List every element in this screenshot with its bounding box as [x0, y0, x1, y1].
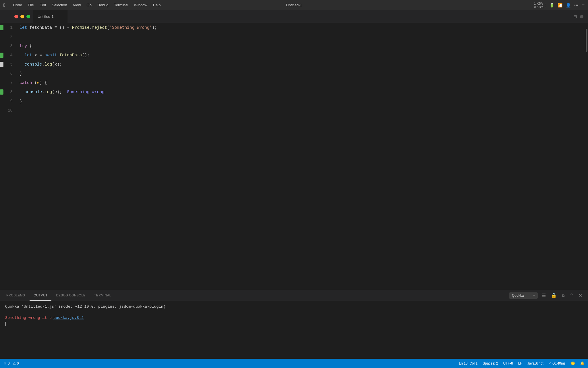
person-icon: 👤: [566, 3, 571, 7]
terminal-cursor: [5, 322, 6, 326]
code-token: e: [37, 80, 40, 85]
tab-problems[interactable]: PROBLEMS: [2, 290, 29, 301]
menu-edit[interactable]: Edit: [37, 2, 49, 8]
close-panel-icon[interactable]: ✕: [577, 292, 583, 299]
code-token: try: [20, 44, 30, 48]
error-x-icon: ✕: [3, 361, 7, 366]
menu-code[interactable]: Code: [10, 2, 25, 8]
editor-area: 12345678910 let fetchData = () ⇒ Promise…: [0, 23, 588, 290]
code-token: .: [90, 25, 92, 30]
quokka-indicator: [0, 25, 3, 30]
code-line: catch (e) {: [20, 78, 584, 87]
status-bar: ✕ 0 ⚠ 0 Ln 10, Col 1 Spaces: 2 UTF-8 LF …: [0, 359, 588, 368]
warning-count: 0: [17, 361, 19, 365]
scrollbar-thumb[interactable]: [586, 29, 587, 52]
output-error-text: Something wrong at e: [5, 316, 52, 320]
menu-selection[interactable]: Selection: [49, 2, 70, 8]
code-token: );: [152, 25, 157, 30]
clear-output-icon[interactable]: ☰: [541, 292, 547, 299]
encoding[interactable]: UTF-8: [503, 361, 513, 365]
quokka-indicator: [0, 62, 3, 67]
gutter-row: 1: [0, 23, 17, 32]
code-token: }: [20, 99, 22, 103]
menu-file[interactable]: File: [25, 2, 37, 8]
chevron-up-icon[interactable]: ⌃: [568, 292, 575, 299]
gutter-row: 10: [0, 106, 17, 115]
close-button[interactable]: [14, 15, 18, 18]
code-token: ) {: [40, 80, 47, 85]
open-in-editor-icon[interactable]: ⧉: [561, 293, 566, 298]
code-token: catch: [20, 80, 34, 85]
code-line: [20, 32, 584, 41]
gutter-row: 5: [0, 60, 17, 69]
tab-debug-console[interactable]: DEBUG CONSOLE: [52, 290, 89, 301]
language-mode[interactable]: JavaScript: [527, 361, 543, 365]
code-token: (: [107, 25, 110, 30]
emoji-icon[interactable]: 🙂: [571, 361, 575, 365]
scrollbar[interactable]: [584, 23, 588, 290]
code-token: (e);: [52, 90, 67, 94]
lock-icon[interactable]: 🔒: [550, 292, 558, 299]
quokka-indicator: [0, 99, 3, 104]
minimize-button[interactable]: [20, 15, 24, 18]
status-errors[interactable]: ✕ 0 ⚠ 0: [3, 361, 19, 366]
tab-terminal[interactable]: TERMINAL: [90, 290, 115, 301]
code-token: log: [45, 90, 52, 94]
cursor-position[interactable]: Ln 10, Col 1: [459, 361, 478, 365]
code-token: let: [24, 53, 34, 57]
output-error-link[interactable]: quokka.js:8:2: [53, 316, 84, 320]
dot-indicator: [580, 15, 583, 18]
menu-view[interactable]: View: [70, 2, 84, 8]
code-line: let fetchData = () ⇒ Promise.reject('Som…: [20, 23, 584, 32]
output-error-line: Something wrong at e quokka.js:8:2: [5, 316, 583, 320]
line-number: 7: [5, 80, 13, 85]
apple-logo-icon: : [3, 3, 5, 8]
line-number: 8: [5, 90, 13, 94]
tab-output[interactable]: OUTPUT: [30, 290, 51, 301]
eol[interactable]: LF: [518, 361, 522, 365]
menu-right-icons: 1 KB/s ↑0 KB/s ↓ 🔋 📶 👤 ••• ≡: [534, 2, 585, 9]
quokka-time[interactable]: ✓ 60.40ms: [549, 361, 566, 365]
indentation[interactable]: Spaces: 2: [483, 361, 498, 365]
quokka-indicator: [0, 108, 3, 113]
code-token: console: [24, 62, 42, 67]
code-line: let x = await fetchData();: [20, 51, 584, 60]
menu-window[interactable]: Window: [131, 2, 150, 8]
menu-debug[interactable]: Debug: [94, 2, 111, 8]
editor-tab-untitled[interactable]: Untitled-1: [33, 10, 67, 23]
menubar:  Code File Edit Selection View Go Debug…: [0, 0, 588, 10]
split-editor-icon[interactable]: ⊞: [573, 14, 577, 19]
code-editor[interactable]: let fetchData = () ⇒ Promise.reject('Som…: [17, 23, 584, 290]
code-line: }: [20, 69, 584, 78]
quokka-indicator: [0, 43, 3, 49]
line-number: 1: [5, 25, 13, 30]
maximize-button[interactable]: [26, 15, 30, 18]
menu-go[interactable]: Go: [84, 2, 94, 8]
code-token: {: [30, 44, 32, 48]
status-right: Ln 10, Col 1 Spaces: 2 UTF-8 LF JavaScri…: [459, 361, 585, 365]
line-number: 4: [5, 53, 13, 57]
output-source-selector[interactable]: Quokka: [509, 292, 538, 299]
output-source-selector-wrap: Quokka ▼: [509, 292, 538, 299]
list-icon: ≡: [582, 3, 585, 8]
gutter-row: 9: [0, 97, 17, 106]
code-line: [20, 106, 584, 115]
code-token: ⇒: [67, 25, 72, 30]
gutter-row: 8: [0, 87, 17, 97]
code-token: (x);: [52, 62, 62, 67]
bell-icon[interactable]: 🔔: [580, 361, 585, 365]
code-token: x =: [34, 53, 45, 57]
code-line: try {: [20, 41, 584, 51]
output-info-line: Quokka 'Untitled-1.js' (node: v12.10.0, …: [5, 304, 583, 309]
code-token: console: [24, 90, 42, 94]
menu-terminal[interactable]: Terminal: [111, 2, 131, 8]
kb-speed: 1 KB/s ↑0 KB/s ↓: [534, 2, 546, 9]
code-token: Promise: [72, 25, 90, 30]
gutter-row: 7: [0, 78, 17, 87]
code-token: let: [20, 25, 30, 30]
quokka-indicator: [0, 89, 3, 95]
code-token: fetchData = (): [30, 25, 67, 30]
editor-tab-title: Untitled-1: [38, 14, 54, 19]
menu-help[interactable]: Help: [150, 2, 164, 8]
panel-tabs: PROBLEMS OUTPUT DEBUG CONSOLE TERMINAL Q…: [0, 290, 588, 301]
